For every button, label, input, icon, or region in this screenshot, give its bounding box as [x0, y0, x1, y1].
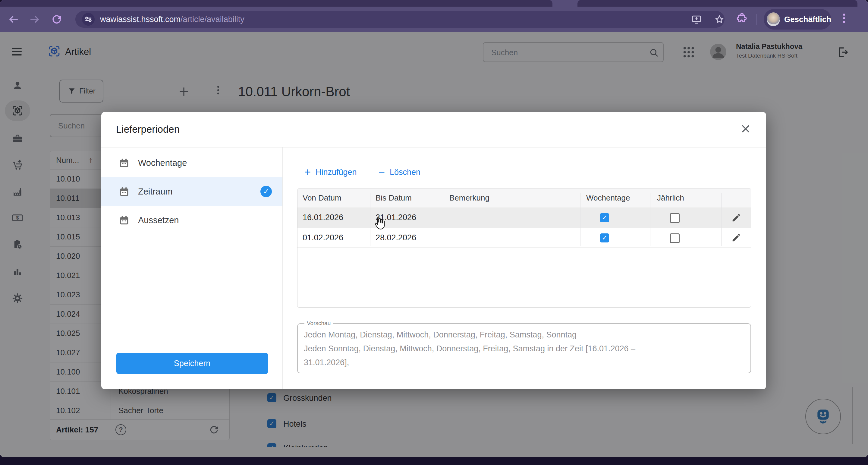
install-app-button[interactable]: [691, 14, 702, 25]
column-header: Jährlich: [657, 188, 684, 207]
checkbox-jaehrlich-unchecked[interactable]: [670, 233, 680, 243]
save-button[interactable]: Speichern: [116, 353, 268, 374]
pencil-icon: [731, 212, 742, 223]
checkbox-jaehrlich-unchecked[interactable]: [670, 213, 680, 223]
bookmark-button[interactable]: [714, 14, 725, 25]
forward-button[interactable]: [29, 13, 41, 25]
table-row[interactable]: 16.01.2026 31.01.2026 ✓: [298, 207, 751, 228]
preview-text: Jeden Montag, Dienstag, Mittwoch, Donner…: [304, 329, 577, 341]
site-settings-button[interactable]: [82, 13, 95, 26]
dialog-close-button[interactable]: [740, 123, 752, 135]
forward-icon: [31, 17, 38, 22]
dialog-header-divider: [101, 147, 766, 147]
nav-item-wochentage[interactable]: Wochentage: [101, 149, 282, 177]
close-icon: [740, 123, 752, 135]
browser-profile-chip[interactable]: Geschäftlich: [764, 9, 831, 30]
browser-tab-active[interactable]: [0, 0, 553, 7]
table-header-row: Von Datum Bis Datum Bemerkung Wochentage…: [298, 188, 751, 208]
dialog-nav-divider: [282, 147, 283, 389]
profile-avatar: [767, 12, 780, 26]
column-header: Bemerkung: [450, 188, 490, 207]
nav-item-aussetzen[interactable]: Aussetzen: [101, 206, 282, 235]
cell-von-datum[interactable]: 01.02.2026: [303, 228, 343, 247]
preview-fieldset: Vorschau Jeden Montag, Dienstag, Mittwoc…: [297, 323, 751, 373]
calendar-icon: [118, 157, 130, 169]
browser-menu-button[interactable]: [841, 12, 847, 24]
back-icon: [10, 17, 17, 22]
cell-bis-datum[interactable]: 28.02.2026: [375, 228, 416, 247]
extensions-button[interactable]: [735, 13, 748, 26]
checkbox-wochentage-checked[interactable]: ✓: [600, 213, 609, 222]
app-page: Artikel Natalia Pastukhova Test Datenban…: [0, 32, 868, 457]
column-header: Von Datum: [303, 188, 341, 207]
install-icon: [691, 14, 702, 25]
kebab-icon: [843, 13, 845, 16]
profile-label: Geschäftlich: [784, 15, 831, 24]
toolbar-separator: [756, 14, 756, 25]
cell-von-datum[interactable]: 16.01.2026: [303, 207, 343, 228]
calendar-icon: [118, 214, 130, 227]
dialog-title: Lieferperioden: [116, 120, 180, 138]
column-divider: [580, 193, 581, 246]
calendar-icon: [118, 186, 130, 198]
preview-legend: Vorschau: [304, 320, 333, 327]
lieferperioden-dialog: Lieferperioden Wochentage Zeitraum ✓: [101, 112, 766, 389]
pencil-icon: [731, 232, 742, 243]
checkbox-wochentage-checked[interactable]: ✓: [600, 233, 609, 242]
add-period-button[interactable]: + Hinzufügen: [304, 166, 357, 179]
minus-icon: −: [378, 167, 385, 178]
browser-window: wawiassist.hssoft.com/article/availabili…: [0, 0, 868, 457]
periods-table: Von Datum Bis Datum Bemerkung Wochentage…: [297, 188, 751, 308]
mouse-cursor: [372, 216, 386, 230]
edit-row-button[interactable]: [731, 232, 742, 243]
column-divider: [443, 193, 443, 246]
column-divider: [721, 193, 721, 246]
column-header: Wochentage: [586, 188, 630, 207]
preview-text: 31.01.2026],: [304, 356, 349, 369]
tab-strip: [0, 0, 868, 7]
browser-tab-inactive[interactable]: [578, 0, 858, 7]
nav-item-zeitraum[interactable]: Zeitraum ✓: [101, 177, 282, 206]
back-button[interactable]: [7, 13, 19, 25]
edit-row-button[interactable]: [731, 212, 742, 223]
table-row[interactable]: 01.02.2026 28.02.2026 ✓: [298, 228, 751, 248]
column-divider: [650, 193, 650, 246]
star-icon: [714, 14, 725, 25]
column-divider: [370, 193, 370, 246]
tune-icon: [82, 13, 95, 26]
url-text: wawiassist.hssoft.com/article/availabili…: [100, 11, 244, 28]
selected-check-icon: ✓: [260, 186, 272, 197]
delete-period-button[interactable]: − Löschen: [378, 166, 421, 179]
reload-button[interactable]: [51, 13, 63, 25]
url-bar[interactable]: wawiassist.hssoft.com/article/availabili…: [75, 11, 724, 28]
screen: wawiassist.hssoft.com/article/availabili…: [0, 0, 868, 465]
column-header: Bis Datum: [375, 188, 412, 207]
preview-text: Jeden Sonntag, Dienstag, Mittwoch, Donne…: [304, 343, 635, 355]
puzzle-icon: [735, 13, 748, 26]
plus-icon: +: [304, 167, 311, 178]
browser-toolbar: wawiassist.hssoft.com/article/availabili…: [0, 7, 868, 32]
